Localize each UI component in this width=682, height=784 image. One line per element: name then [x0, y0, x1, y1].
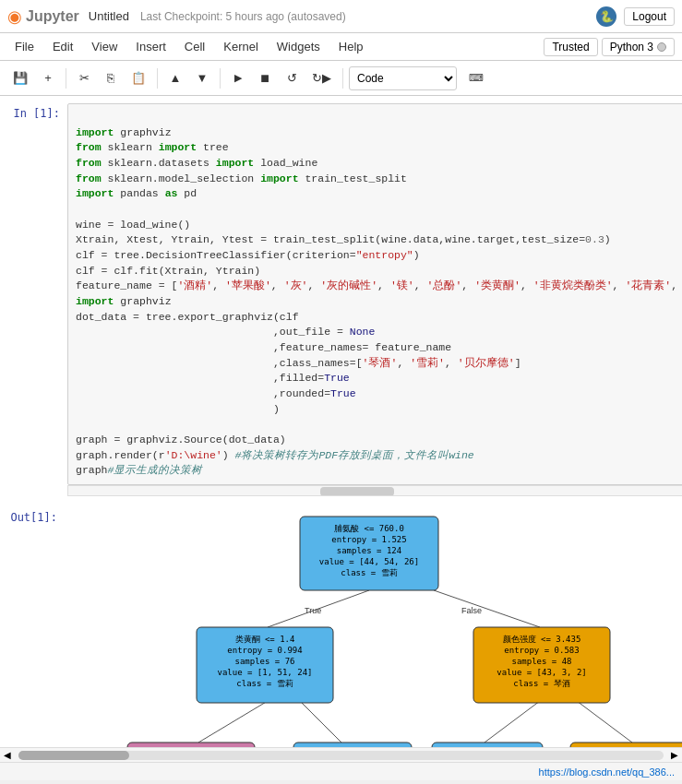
svg-text:entropy = 0.994: entropy = 0.994: [227, 646, 302, 655]
svg-text:class = 雪莉: class = 雪莉: [341, 568, 397, 577]
svg-text:value = [43, 3, 2]: value = [43, 3, 2]: [497, 668, 587, 677]
cut-button[interactable]: ✂: [72, 66, 96, 90]
interrupt-button[interactable]: ■: [253, 66, 277, 90]
cell-prompt-in: In [1]:: [3, 103, 67, 496]
svg-line-4: [198, 701, 268, 742]
code-editor[interactable]: import graphviz from sklearn import tree…: [67, 103, 682, 485]
hscroll-left-arrow[interactable]: ◀: [0, 750, 15, 760]
svg-rect-40: [293, 742, 412, 747]
svg-line-5: [300, 701, 341, 742]
svg-text:class = 雪莉: class = 雪莉: [236, 679, 293, 688]
svg-text:samples = 76: samples = 76: [234, 657, 294, 666]
svg-rect-46: [432, 742, 543, 747]
code-cell: In [1]: import graphviz from sklearn imp…: [0, 96, 682, 504]
toolbar: 💾 + ✂ ⎘ 📋 ▲ ▼ ▶ ■ ↺ ↻▶ Code Markdown Raw…: [0, 61, 682, 96]
kernel-info: Python 3: [602, 38, 675, 56]
topbar-right: 🐍 Logout: [596, 6, 675, 27]
run-button[interactable]: ▶: [226, 66, 250, 90]
cell-prompt-out: Out[1]:: [0, 507, 65, 747]
jupyter-logo-icon: ◉: [7, 6, 22, 27]
copy-button[interactable]: ⎘: [99, 66, 123, 90]
cell-type-selector[interactable]: Code Markdown Raw NBConvert: [349, 66, 457, 90]
python-icon: 🐍: [596, 6, 616, 27]
restart-run-button[interactable]: ↻▶: [306, 66, 337, 90]
menu-file[interactable]: File: [7, 37, 42, 56]
python-icon-text: 🐍: [600, 10, 614, 23]
svg-rect-34: [127, 742, 255, 747]
svg-rect-51: [570, 742, 682, 747]
menubar: File Edit View Insert Cell Kernel Widget…: [0, 33, 682, 61]
menu-kernel[interactable]: Kernel: [216, 37, 266, 56]
svg-text:entropy = 0.583: entropy = 0.583: [504, 646, 579, 655]
menu-help[interactable]: Help: [331, 37, 371, 56]
svg-line-2: [434, 590, 540, 627]
logout-button[interactable]: Logout: [624, 7, 675, 26]
svg-line-7: [577, 701, 632, 742]
checkpoint-info: Last Checkpoint: 5 hours ago (autosaved): [140, 10, 346, 23]
notebook-title[interactable]: Untitled: [89, 9, 129, 23]
main-content: In [1]: import graphviz from sklearn imp…: [0, 96, 682, 747]
statusbar: https://blog.csdn.net/qq_386...: [0, 762, 682, 780]
svg-text:value = [1, 51, 24]: value = [1, 51, 24]: [218, 668, 313, 677]
menu-widgets[interactable]: Widgets: [269, 37, 328, 56]
statusbar-url: https://blog.csdn.net/qq_386...: [539, 766, 675, 778]
save-button[interactable]: 💾: [7, 66, 33, 90]
svg-line-6: [485, 701, 540, 742]
menu-insert[interactable]: Insert: [128, 37, 173, 56]
jupyter-logo: ◉ Jupyter: [7, 6, 79, 27]
output-row: Out[1]: True False: [0, 504, 682, 747]
toolbar-separator-2: [157, 68, 158, 89]
app-name: Jupyter: [26, 8, 79, 25]
topbar: ◉ Jupyter Untitled Last Checkpoint: 5 ho…: [0, 0, 682, 33]
menu-view[interactable]: View: [84, 37, 125, 56]
move-down-button[interactable]: ▼: [190, 66, 214, 90]
menu-cell[interactable]: Cell: [177, 37, 212, 56]
restart-button[interactable]: ↺: [280, 66, 304, 90]
svg-text:samples = 124: samples = 124: [337, 546, 401, 555]
paste-button[interactable]: 📋: [126, 66, 151, 90]
add-cell-button[interactable]: +: [36, 66, 60, 90]
kernel-status-circle: [657, 42, 666, 52]
svg-text:samples = 48: samples = 48: [511, 657, 571, 666]
code-area[interactable]: import graphviz from sklearn import tree…: [67, 103, 682, 485]
svg-text:脯氨酸 <= 760.0: 脯氨酸 <= 760.0: [334, 524, 404, 533]
output-content: True False: [65, 507, 682, 747]
code-hscroll-thumb[interactable]: [320, 487, 394, 496]
horizontal-scrollbar[interactable]: ◀ ▶: [0, 747, 682, 762]
cell-toolbar-toggle[interactable]: ⌨: [463, 66, 489, 90]
cell-code-content[interactable]: import graphviz from sklearn import tree…: [67, 103, 682, 496]
hscroll-thumb[interactable]: [18, 751, 129, 760]
code-hscroll[interactable]: [67, 485, 682, 496]
move-up-button[interactable]: ▲: [163, 66, 187, 90]
topbar-left: ◉ Jupyter Untitled Last Checkpoint: 5 ho…: [7, 6, 346, 27]
hscroll-right-arrow[interactable]: ▶: [667, 750, 682, 760]
decision-tree-svg: True False: [65, 507, 664, 747]
svg-text:False: False: [461, 606, 482, 615]
svg-text:class = 琴酒: class = 琴酒: [513, 679, 569, 688]
svg-text:类黄酮 <= 1.4: 类黄酮 <= 1.4: [235, 635, 295, 644]
svg-text:entropy = 1.525: entropy = 1.525: [331, 535, 406, 544]
trusted-badge[interactable]: Trusted: [544, 38, 597, 56]
svg-text:True: True: [305, 606, 321, 615]
toolbar-separator-1: [66, 68, 66, 89]
svg-text:颜色强度 <= 3.435: 颜色强度 <= 3.435: [503, 635, 581, 644]
kernel-name: Python 3: [610, 41, 653, 53]
toolbar-separator-4: [342, 68, 343, 89]
menu-edit[interactable]: Edit: [45, 37, 80, 56]
svg-text:value = [44, 54, 26]: value = [44, 54, 26]: [319, 557, 419, 566]
toolbar-separator-3: [220, 68, 221, 89]
hscroll-track[interactable]: [18, 751, 664, 760]
